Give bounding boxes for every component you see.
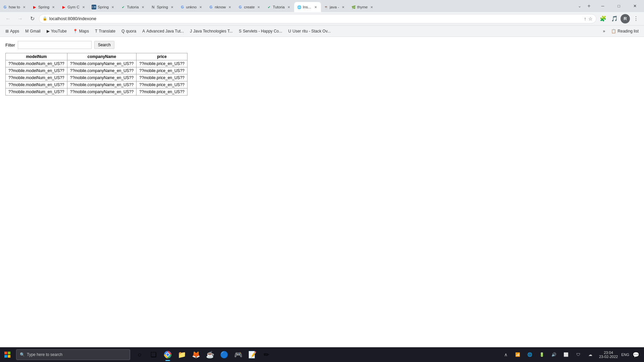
- tab-close-icon[interactable]: ✕: [81, 4, 86, 10]
- notification-button[interactable]: 💬: [631, 347, 641, 362]
- taskbar-app1-icon[interactable]: 🔵: [217, 347, 231, 362]
- taskbar: 🔍 Type here to search ○❑ 📁🦊☕🔵🎮📝✏ ∧ 📶 🌐 🔋…: [0, 347, 644, 362]
- bookmark-label: Servlets - Happy Co...: [243, 29, 282, 34]
- tab-favicon: ✔: [267, 5, 271, 9]
- wifi-icon[interactable]: 📶: [513, 347, 523, 362]
- tab-favicon: ▶: [32, 5, 37, 9]
- media-button[interactable]: 🎵: [609, 13, 620, 24]
- clock[interactable]: 23:04 23-02-2022: [597, 347, 620, 362]
- taskbar-firefox-icon[interactable]: 🦊: [189, 347, 203, 362]
- table-cell: ??mobile.modelNum_en_US??: [6, 81, 67, 88]
- start-button[interactable]: [0, 347, 15, 362]
- table-row: ??mobile.modelNum_en_US????mobile.compan…: [6, 81, 187, 88]
- network-icon[interactable]: 🌐: [525, 347, 535, 362]
- taskbar-search[interactable]: 🔍 Type here to search: [16, 349, 130, 360]
- browser-tab-tab-12[interactable]: ☕ java - ✕: [321, 2, 348, 12]
- tab-label: create: [244, 5, 255, 9]
- bookmark-bm-advanced-java[interactable]: AAdvanced Java Tut...: [140, 27, 186, 36]
- tab-close-icon[interactable]: ✕: [110, 4, 115, 10]
- tab-close-icon[interactable]: ✕: [340, 4, 346, 10]
- browser-tab-tab-11[interactable]: 🌐 Ins... ✕: [294, 2, 321, 12]
- tab-close-icon[interactable]: ✕: [256, 4, 261, 10]
- reload-button[interactable]: ↻: [27, 13, 38, 24]
- battery-icon[interactable]: 🔋: [537, 347, 547, 362]
- minimize-button[interactable]: ─: [595, 1, 610, 11]
- menu-button[interactable]: ⋮: [631, 13, 641, 24]
- bookmark-icon: 📍: [73, 29, 78, 34]
- reading-list-button[interactable]: 📋Reading list: [608, 27, 641, 36]
- browser-tab-tab-4[interactable]: CB Spring ✕: [89, 2, 118, 12]
- browser-tab-tab-1[interactable]: G how to ✕: [0, 2, 30, 12]
- url-text: localhost:8080/indexone: [49, 16, 582, 21]
- bookmark-bm-java-tech[interactable]: JJava Technologies T...: [187, 27, 235, 36]
- tab-close-icon[interactable]: ✕: [21, 4, 27, 10]
- new-tab-button[interactable]: +: [584, 1, 594, 11]
- unknown-icon-2[interactable]: 🛡: [573, 347, 584, 362]
- taskbar-file-explorer-icon[interactable]: 📁: [175, 347, 189, 362]
- bookmark-icon: Q: [121, 29, 124, 34]
- browser-tab-tab-3[interactable]: ▶ Gym C ✕: [59, 2, 89, 12]
- taskbar-chrome-icon[interactable]: [161, 347, 174, 362]
- tab-close-icon[interactable]: ✕: [227, 4, 232, 10]
- table-cell: ??mobile.companyName_en_US??: [67, 74, 136, 81]
- unknown-icon-3[interactable]: ☁: [585, 347, 596, 362]
- bookmark-bm-apps[interactable]: ⊞Apps: [3, 27, 22, 36]
- filter-input[interactable]: [18, 41, 92, 49]
- share-icon[interactable]: ↑: [584, 16, 586, 21]
- svg-rect-2: [4, 355, 7, 358]
- tab-favicon: G: [3, 5, 7, 9]
- browser-tab-tab-9[interactable]: G create ✕: [235, 2, 264, 12]
- table-header-price: price: [137, 53, 187, 60]
- browser-tab-tab-2[interactable]: ▶ Spring ✕: [30, 2, 59, 12]
- taskbar-app4-icon[interactable]: ✏: [260, 347, 273, 362]
- tab-overflow-button[interactable]: ⌄: [575, 1, 584, 11]
- unknown-icon-1[interactable]: ⬜: [561, 347, 572, 362]
- tab-close-icon[interactable]: ✕: [140, 4, 146, 10]
- bookmarks-more-button[interactable]: »: [600, 27, 608, 36]
- bookmark-label: Advanced Java Tut...: [146, 29, 184, 34]
- close-button[interactable]: ✕: [627, 1, 643, 11]
- bookmark-label: Maps: [79, 29, 89, 34]
- taskbar-app3-icon[interactable]: 📝: [246, 347, 259, 362]
- profile-button[interactable]: R: [621, 14, 630, 23]
- tab-close-icon[interactable]: ✕: [286, 4, 291, 10]
- browser-tab-tab-6[interactable]: N Spring ✕: [148, 2, 177, 12]
- tab-favicon: G: [209, 5, 213, 9]
- bookmark-bm-quora[interactable]: Qquora: [119, 27, 139, 36]
- extensions-button[interactable]: 🧩: [598, 13, 608, 24]
- browser-tab-tab-10[interactable]: ✔ Tutoria ✕: [264, 2, 294, 12]
- bookmark-bm-translate[interactable]: TTranslate: [92, 27, 118, 36]
- bookmark-bm-user-ritu[interactable]: UUser ritu - Stack Ov...: [285, 27, 333, 36]
- bookmark-bm-maps[interactable]: 📍Maps: [70, 27, 92, 36]
- bookmark-bm-servlets[interactable]: SServlets - Happy Co...: [236, 27, 285, 36]
- tab-label: Ins...: [303, 5, 311, 9]
- tab-close-icon[interactable]: ✕: [169, 4, 175, 10]
- volume-icon[interactable]: 🔊: [549, 347, 559, 362]
- tab-close-icon[interactable]: ✕: [198, 4, 203, 10]
- browser-tab-tab-8[interactable]: G nknow ✕: [206, 2, 235, 12]
- taskbar-search-icon: 🔍: [20, 352, 25, 357]
- tab-label: java -: [330, 5, 339, 9]
- tab-close-icon[interactable]: ✕: [313, 4, 318, 10]
- tab-close-icon[interactable]: ✕: [51, 4, 56, 10]
- taskbar-cortana-icon[interactable]: ○: [133, 347, 146, 362]
- browser-tab-tab-7[interactable]: G unkno ✕: [177, 2, 206, 12]
- taskbar-java-icon[interactable]: ☕: [203, 347, 217, 362]
- bookmark-bm-gmail[interactable]: MGmail: [22, 27, 43, 36]
- browser-tab-tab-5[interactable]: ✔ Tutoria ✕: [118, 2, 148, 12]
- bookmark-bm-youtube[interactable]: ▶YouTube: [44, 27, 69, 36]
- system-tray-chevron[interactable]: ∧: [500, 347, 511, 362]
- back-button[interactable]: ←: [3, 13, 13, 24]
- navbar: ← → ↻ 🔒 localhost:8080/indexone ↑ ☆ 🧩 🎵 …: [0, 12, 644, 25]
- taskbar-app2-icon[interactable]: 🎮: [231, 347, 245, 362]
- browser-tab-tab-13[interactable]: 🌿 thyme ✕: [348, 2, 377, 12]
- maximize-button[interactable]: □: [611, 1, 627, 11]
- table-cell: ??mobile.modelNum_en_US??: [6, 88, 67, 96]
- bookmark-icon: T: [95, 29, 97, 34]
- taskbar-task-view-icon[interactable]: ❑: [147, 347, 160, 362]
- tab-close-icon[interactable]: ✕: [369, 4, 374, 10]
- forward-button[interactable]: →: [15, 13, 25, 24]
- search-button[interactable]: Search: [94, 41, 114, 49]
- bookmark-icon[interactable]: ☆: [588, 16, 593, 21]
- address-bar[interactable]: 🔒 localhost:8080/indexone ↑ ☆: [39, 14, 596, 23]
